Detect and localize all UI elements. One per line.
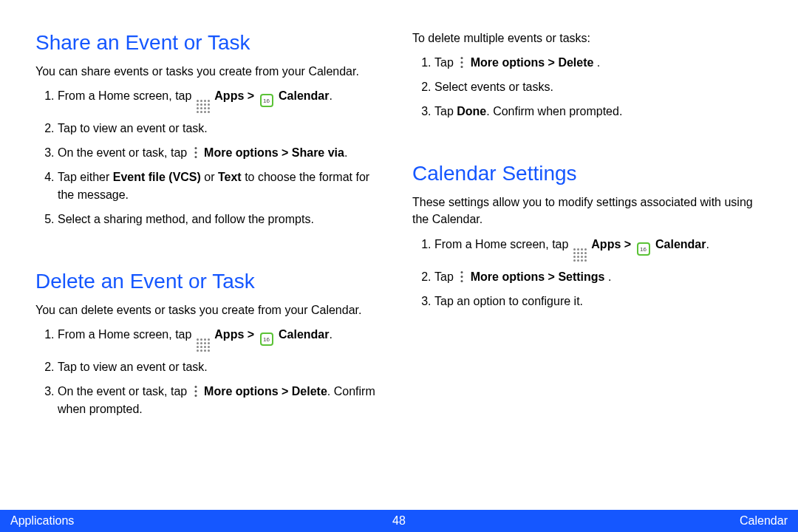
step-suffix: . xyxy=(597,56,600,69)
right-column: To delete multiple events or tasks: Tap … xyxy=(412,30,763,502)
bold-text: Done xyxy=(457,105,486,117)
list-item: Tap to view an event or task. xyxy=(58,358,386,376)
intro-share-event: You can share events or tasks you create… xyxy=(35,63,386,80)
list-item: Tap More options > Settings . xyxy=(434,268,763,286)
footer-left: Applications xyxy=(10,514,74,528)
step-suffix: . xyxy=(329,328,332,341)
list-item: Select a sharing method, and follow the … xyxy=(58,211,386,228)
calendar-icon: 16 xyxy=(260,332,273,346)
list-item: Tap an option to configure it. xyxy=(434,293,763,310)
step-text: or xyxy=(201,171,218,183)
bold-text: Text xyxy=(218,171,242,183)
bold-text: More options > Share via xyxy=(204,146,344,159)
more-options-icon xyxy=(458,270,466,284)
footer-right: Calendar xyxy=(740,514,788,528)
apps-icon xyxy=(573,248,587,262)
step-suffix: . xyxy=(706,238,709,250)
steps-share-event: From a Home screen, tap Apps > 16 Calend… xyxy=(35,87,386,228)
bold-text: More options > Settings xyxy=(471,270,608,283)
more-options-icon xyxy=(192,385,200,398)
footer-page-number: 48 xyxy=(392,514,406,528)
more-options-icon xyxy=(192,146,200,160)
two-column-layout: Share an Event or Task You can share eve… xyxy=(35,30,763,502)
step-text: From a Home screen, tap xyxy=(58,328,195,341)
list-item: Tap to view an event or task. xyxy=(58,120,386,137)
heading-calendar-settings: Calendar Settings xyxy=(412,160,763,186)
list-item: From a Home screen, tap Apps > 16 Calend… xyxy=(58,87,386,113)
calendar-label: Calendar xyxy=(655,238,706,250)
calendar-icon: 16 xyxy=(637,242,650,256)
step-text: Tap either xyxy=(58,171,113,183)
step-text: . Confirm when prompted. xyxy=(486,105,622,117)
list-item: Tap either Event file (VCS) or Text to c… xyxy=(58,168,386,204)
bold-text: More options > Delete xyxy=(471,56,597,69)
apps-icon xyxy=(197,338,210,352)
page-footer: Applications 48 Calendar xyxy=(0,510,798,532)
step-text: Tap xyxy=(434,56,457,69)
step-text: From a Home screen, tap xyxy=(434,238,572,250)
list-item: Tap Done. Confirm when prompted. xyxy=(434,103,763,120)
calendar-label: Calendar xyxy=(279,89,329,102)
steps-delete-event: From a Home screen, tap Apps > 16 Calend… xyxy=(35,326,386,418)
bold-text: Event file (VCS) xyxy=(113,171,201,183)
step-suffix: . xyxy=(608,270,611,283)
step-text: On the event or task, tap xyxy=(58,146,191,159)
apps-label: Apps > xyxy=(214,89,257,102)
step-suffix: . xyxy=(344,146,347,159)
steps-calendar-settings: From a Home screen, tap Apps > 16 Calend… xyxy=(412,236,763,310)
step-text: On the event or task, tap xyxy=(58,385,191,398)
apps-label: Apps > xyxy=(214,328,257,341)
step-text: From a Home screen, tap xyxy=(58,89,195,102)
apps-icon xyxy=(197,100,210,113)
list-item: On the event or task, tap More options >… xyxy=(58,383,386,418)
steps-delete-multiple: Tap More options > Delete . Select event… xyxy=(412,54,763,120)
apps-label: Apps > xyxy=(591,238,634,250)
manual-page: Share an Event or Task You can share eve… xyxy=(0,0,798,532)
calendar-label: Calendar xyxy=(279,328,329,341)
step-text: Tap xyxy=(434,270,457,283)
intro-delete-multiple: To delete multiple events or tasks: xyxy=(412,30,763,47)
list-item: On the event or task, tap More options >… xyxy=(58,144,386,162)
calendar-icon: 16 xyxy=(260,94,273,107)
step-suffix: . xyxy=(329,89,332,102)
list-item: Tap More options > Delete . xyxy=(434,54,763,72)
heading-share-event: Share an Event or Task xyxy=(35,30,386,55)
step-text: Tap xyxy=(434,105,457,117)
more-options-icon xyxy=(458,56,466,69)
list-item: From a Home screen, tap Apps > 16 Calend… xyxy=(58,326,386,352)
intro-calendar-settings: These settings allow you to modify setti… xyxy=(412,194,763,228)
bold-text: More options > Delete xyxy=(204,385,327,398)
left-column: Share an Event or Task You can share eve… xyxy=(35,30,386,502)
list-item: From a Home screen, tap Apps > 16 Calend… xyxy=(434,236,763,262)
intro-delete-event: You can delete events or tasks you creat… xyxy=(35,301,386,318)
list-item: Select events or tasks. xyxy=(434,78,763,96)
heading-delete-event: Delete an Event or Task xyxy=(35,268,386,294)
